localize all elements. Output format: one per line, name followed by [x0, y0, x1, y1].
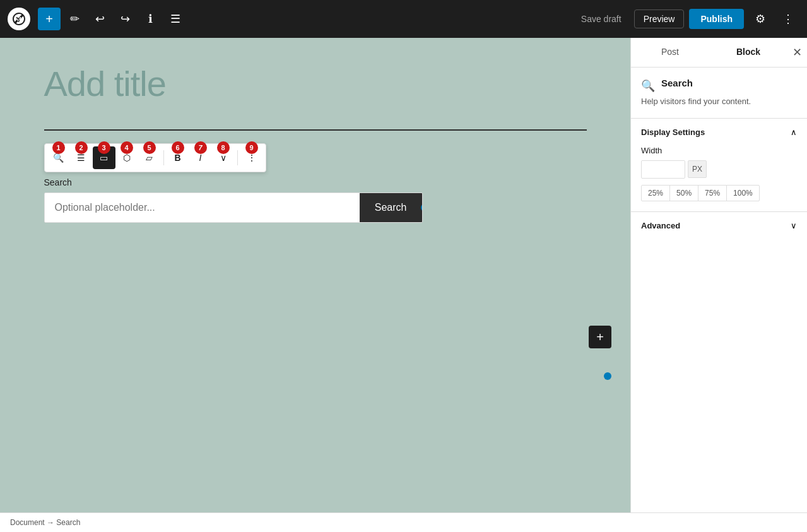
search-block-label: Search [44, 177, 587, 187]
block-icon-row: 🔍 Search [641, 78, 797, 93]
badge-8: 8 [217, 141, 230, 154]
badge-3: 3 [98, 141, 110, 154]
block-toolbar: 1 🔍 2 ☰ 3 ▭ 4 [44, 143, 266, 172]
width-presets: 25% 50% 75% 100% [641, 185, 797, 201]
undo-button[interactable]: ↩ [88, 8, 111, 30]
advanced-section-header[interactable]: Advanced ∨ [631, 211, 807, 239]
width-preset-50[interactable]: 50% [669, 185, 698, 201]
badge-5: 5 [143, 141, 156, 154]
title-area: Add title [44, 63, 587, 104]
display-settings-content: Width PX 25% 50% 75% 100% [631, 146, 807, 211]
width-preset-100[interactable]: 100% [726, 185, 760, 201]
edit-mode-button[interactable]: ✏ [63, 8, 86, 30]
list-view-button[interactable]: ☰ [164, 8, 187, 30]
width-label: Width [641, 146, 797, 155]
advanced-collapse-icon: ∨ [791, 221, 797, 230]
badge-6: 6 [172, 141, 184, 154]
width-preset-25[interactable]: 25% [641, 185, 670, 201]
badge-4: 4 [121, 141, 133, 154]
badge-9: 9 [245, 141, 258, 154]
content-divider [44, 129, 587, 131]
more-options-button[interactable]: ⋮ [777, 8, 799, 30]
display-settings-title: Display Settings [641, 127, 705, 137]
right-sidebar: Post Block ✕ 🔍 Search Help visitors find… [630, 38, 807, 512]
block-toolbar-button-5[interactable]: 5 ▱ [138, 146, 161, 169]
block-indicator-dot [604, 372, 611, 380]
block-toolbar-button-6[interactable]: 6 B [167, 146, 189, 169]
add-block-button[interactable]: + [589, 326, 611, 348]
block-toolbar-button-3[interactable]: 3 ▭ [93, 146, 115, 169]
search-input[interactable] [45, 193, 360, 222]
preview-button[interactable]: Preview [634, 9, 685, 28]
editor-content: Add title 1 🔍 2 ☰ [6, 63, 625, 223]
tab-block[interactable]: Block [709, 38, 787, 67]
width-input-row: PX [641, 160, 797, 179]
badge-1: 1 [52, 141, 65, 154]
width-unit: PX [688, 160, 707, 178]
block-toolbar-button-7[interactable]: 7 I [189, 146, 212, 169]
block-toolbar-button-1[interactable]: 1 🔍 [47, 146, 70, 169]
block-toolbar-button-2[interactable]: 2 ☰ [70, 146, 93, 169]
tab-post[interactable]: Post [631, 38, 709, 67]
block-toolbar-button-4[interactable]: 4 ⬡ [115, 146, 138, 169]
block-toolbar-wrapper: 1 🔍 2 ☰ 3 ▭ 4 [44, 143, 587, 172]
block-panel-title-area: Search [661, 78, 693, 88]
save-draft-button[interactable]: Save draft [574, 10, 629, 28]
search-block-icon: 🔍 [641, 79, 655, 93]
settings-button[interactable]: ⚙ [749, 8, 772, 30]
search-block-widget: Search [44, 192, 423, 223]
block-panel-description: Help visitors find your content. [641, 95, 797, 108]
width-preset-75[interactable]: 75% [698, 185, 727, 201]
toolbar-separator-1 [163, 150, 164, 165]
toolbar-separator-2 [237, 150, 238, 165]
display-settings-header[interactable]: Display Settings ∧ [631, 119, 807, 146]
badge-7: 7 [194, 141, 207, 154]
editor-area: Add title 1 🔍 2 ☰ [0, 38, 630, 512]
badge-2: 2 [75, 141, 88, 154]
wordpress-logo[interactable] [8, 8, 30, 30]
add-block-toolbar-button[interactable]: + [38, 8, 61, 30]
block-panel: 🔍 Search Help visitors find your content… [631, 68, 807, 118]
top-toolbar: + ✏ ↩ ↪ ℹ ☰ Save draft Preview Publish ⚙… [0, 0, 807, 38]
info-button[interactable]: ℹ [139, 8, 162, 30]
block-toolbar-button-9[interactable]: 9 ⋮ [240, 146, 263, 169]
status-bar: Document → Search [0, 512, 807, 532]
display-settings-section: Display Settings ∧ Width PX 25% 50% 75% … [631, 118, 807, 211]
publish-button[interactable]: Publish [689, 9, 744, 29]
title-placeholder[interactable]: Add title [44, 63, 587, 104]
display-settings-collapse-icon: ∧ [791, 127, 797, 137]
block-panel-title: Search [661, 78, 693, 88]
advanced-section-title: Advanced [641, 221, 680, 230]
block-toolbar-button-8[interactable]: 8 ∨ [212, 146, 235, 169]
sidebar-close-button[interactable]: ✕ [787, 40, 807, 64]
main-layout: Add title 1 🔍 2 ☰ [0, 38, 807, 512]
sidebar-tabs-row: Post Block ✕ [631, 38, 807, 68]
redo-button[interactable]: ↪ [114, 8, 136, 30]
width-input[interactable] [641, 160, 685, 179]
toolbar-right: Save draft Preview Publish ⚙ ⋮ [574, 8, 799, 30]
breadcrumb: Document → Search [10, 518, 80, 527]
search-submit-button[interactable]: Search [360, 193, 422, 222]
toolbar-left: + ✏ ↩ ↪ ℹ ☰ [8, 8, 187, 30]
